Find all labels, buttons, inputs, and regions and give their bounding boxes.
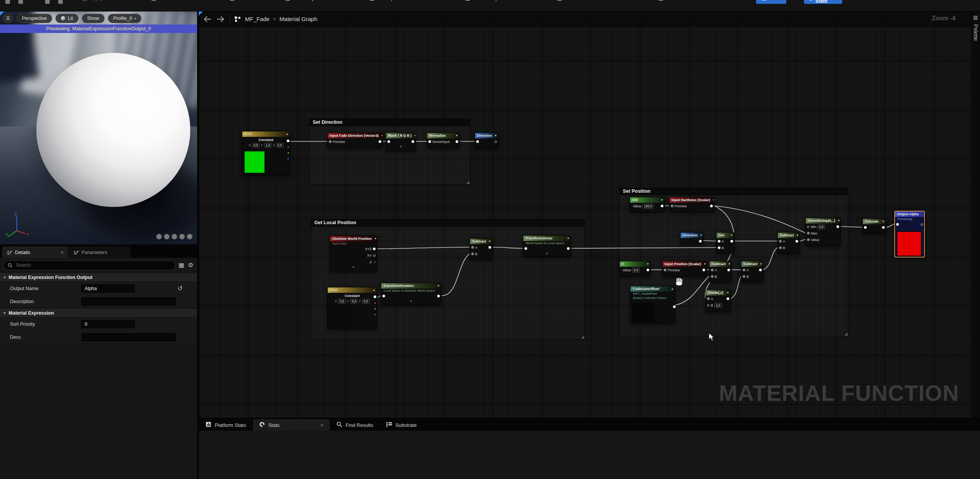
chevron-down-icon[interactable]: ▾ bbox=[489, 240, 491, 243]
node-header[interactable]: Normalize▾ bbox=[427, 133, 459, 138]
pin-w[interactable] bbox=[727, 297, 729, 300]
node-normalize[interactable]: Normalize▾VectorInput bbox=[427, 133, 460, 148]
breadcrumb-page[interactable]: Material Graph bbox=[279, 16, 317, 22]
chevron-down-icon[interactable]: ▾ bbox=[375, 237, 376, 240]
close-icon[interactable]: × bbox=[320, 422, 323, 428]
node-header[interactable]: TransformPosition▾ bbox=[381, 283, 441, 289]
pin-hollow[interactable] bbox=[707, 304, 709, 307]
node-fade-auto-offset[interactable]: 'FadeAutoOffset'▴MPC_FadedPaint(float1) … bbox=[630, 286, 675, 323]
pin-gring[interactable] bbox=[374, 308, 376, 310]
preview-shape-button[interactable] bbox=[187, 234, 193, 240]
pin-w[interactable] bbox=[673, 305, 676, 308]
node-input-fade-direction[interactable]: Input Fade Direction (Vector3)▾Preview bbox=[327, 133, 383, 148]
chevron-down-icon[interactable]: ▾ bbox=[567, 237, 569, 240]
preview-shape-button[interactable] bbox=[179, 234, 185, 240]
material-graph-canvas[interactable] bbox=[199, 11, 971, 418]
comment-resize-handle[interactable] bbox=[581, 336, 584, 339]
preview-shape-button[interactable] bbox=[164, 234, 170, 240]
chevron-up-icon[interactable]: ▴ bbox=[286, 133, 288, 136]
breadcrumb-root[interactable]: MF_Fade bbox=[245, 16, 270, 22]
revert-icon[interactable]: ↺ bbox=[178, 285, 183, 292]
viewport-profile-0-button[interactable]: Profile_0▾ bbox=[108, 14, 141, 23]
viewport-perspective-button[interactable]: Perspective bbox=[16, 14, 52, 23]
node-header[interactable]: Divide(,2)▾ bbox=[706, 290, 730, 295]
pin-gray[interactable] bbox=[779, 246, 782, 249]
toolbar-item-preview-state[interactable]: Preview State bbox=[557, 0, 595, 1]
node-smoothstep[interactable]: SmoothStep(0,..)▾Min0,0MaxValue bbox=[805, 218, 841, 246]
node-input-hardness[interactable]: Input Hardness (Scalar)▾Preview bbox=[669, 197, 714, 212]
pin-bring[interactable] bbox=[374, 261, 376, 263]
node-header[interactable]: Subtract▾ bbox=[742, 261, 763, 267]
save-icon[interactable] bbox=[18, 0, 23, 4]
pin-rring[interactable] bbox=[374, 302, 376, 304]
node-header[interactable]: TransformVector▾ bbox=[523, 236, 571, 241]
toolbar-item-search[interactable]: Search bbox=[151, 0, 175, 1]
chevron-up-icon[interactable]: ▴ bbox=[671, 287, 673, 290]
panel-divider[interactable] bbox=[197, 11, 199, 479]
pin-gray[interactable] bbox=[779, 240, 782, 243]
pin-w[interactable] bbox=[287, 139, 289, 142]
expand-chevron-icon[interactable]: ▾ bbox=[381, 299, 441, 304]
chevron-down-icon[interactable]: ▾ bbox=[415, 134, 415, 137]
tab-stats[interactable]: Stats× bbox=[253, 419, 330, 431]
comment-title[interactable]: Get Local Position bbox=[311, 220, 585, 227]
pin-gray[interactable] bbox=[807, 238, 810, 241]
chevron-down-icon[interactable]: ▾ bbox=[713, 198, 714, 202]
node-header[interactable]: SmoothStep(0,..)▾ bbox=[806, 218, 840, 223]
node-header[interactable]: Absolute World Position▾ bbox=[330, 236, 377, 241]
node-absolute-world-position[interactable]: Absolute World Position▾Input DataXYZXYZ… bbox=[330, 236, 377, 272]
property-field-sort-priority[interactable]: 0 bbox=[81, 320, 135, 328]
expand-chevron-icon[interactable]: ▾ bbox=[386, 145, 415, 149]
settings-gear-icon[interactable]: ⚙ bbox=[188, 262, 193, 268]
pin-w[interactable] bbox=[567, 247, 570, 250]
pin-w[interactable] bbox=[882, 226, 885, 229]
chevron-up-icon[interactable]: ▴ bbox=[373, 289, 375, 292]
display-filter-icon[interactable]: ▦ bbox=[179, 262, 185, 268]
node-header[interactable]: Subtract▾ bbox=[470, 239, 492, 244]
node-subtract-half[interactable]: Subtract▾AB bbox=[741, 261, 763, 282]
comment-title[interactable]: Set Position bbox=[620, 188, 848, 195]
node-header[interactable]: Direction▾ bbox=[681, 233, 703, 238]
platform-stats-button[interactable]: Platform Stats bbox=[804, 0, 842, 4]
toolbar-item-apply[interactable]: Apply bbox=[82, 0, 103, 1]
pin-w[interactable] bbox=[759, 269, 762, 271]
node-output-alpha[interactable]: Output AlphaPreviewing bbox=[894, 211, 925, 258]
chevron-down-icon[interactable]: ▾ bbox=[727, 291, 728, 294]
chevron-down-icon[interactable]: ▾ bbox=[761, 262, 762, 266]
chevron-down-icon[interactable]: ▾ bbox=[704, 262, 706, 266]
pin-bring[interactable] bbox=[287, 158, 289, 159]
details-search-box[interactable] bbox=[4, 261, 175, 270]
tab-parameters[interactable]: Parameters bbox=[69, 246, 130, 258]
pin-w[interactable] bbox=[702, 269, 705, 271]
axis-value-field[interactable]: 1,0 bbox=[264, 143, 272, 148]
pin-w[interactable] bbox=[710, 205, 713, 207]
pin-hollow[interactable] bbox=[807, 226, 809, 228]
viewport-menu-icon[interactable]: ☰ bbox=[3, 14, 13, 23]
pin-w[interactable] bbox=[795, 240, 798, 243]
chevron-down-icon[interactable]: ▾ bbox=[731, 234, 732, 237]
pin-w[interactable] bbox=[476, 140, 479, 143]
node-const-vector-010[interactable]: 0,1,0▴ConstantX0,0Y1,0Z0,0 bbox=[242, 131, 290, 176]
pin-gray[interactable] bbox=[711, 275, 714, 278]
window-icon[interactable] bbox=[5, 0, 10, 4]
node-const-100[interactable]: 100▾Value100,0 bbox=[630, 197, 665, 212]
pin-gray[interactable] bbox=[707, 297, 710, 300]
property-field-desc[interactable] bbox=[81, 333, 176, 341]
node-transform-vector[interactable]: TransformVector▾World Space to Local Spa… bbox=[523, 235, 571, 257]
chevron-down-icon[interactable]: ▾ bbox=[797, 234, 799, 237]
details-section-header[interactable]: ▾Material Expression bbox=[0, 308, 197, 318]
node-input-position[interactable]: Input Position (Scalar)▾Preview bbox=[662, 261, 707, 276]
pin-gray[interactable] bbox=[711, 269, 714, 271]
comment-title[interactable]: Set Direction bbox=[310, 119, 470, 126]
toolbar-item-home[interactable]: Home bbox=[230, 0, 251, 1]
axis-value-field[interactable]: 0,0 bbox=[276, 143, 284, 148]
preview-shape-button[interactable] bbox=[172, 234, 177, 240]
property-field-output-name[interactable]: Alpha bbox=[81, 284, 135, 293]
node-header[interactable]: 'FadeAutoOffset'▴ bbox=[630, 286, 675, 292]
viewport-lit-button[interactable]: Lit bbox=[56, 14, 78, 23]
node-header[interactable]: Subtract▾ bbox=[710, 261, 731, 267]
chevron-down-icon[interactable]: ▾ bbox=[495, 134, 497, 137]
node-header[interactable]: Subtract▾ bbox=[778, 233, 799, 238]
viewport-show-button[interactable]: Show bbox=[82, 14, 105, 23]
chevron-down-icon[interactable]: ▾ bbox=[647, 262, 648, 266]
